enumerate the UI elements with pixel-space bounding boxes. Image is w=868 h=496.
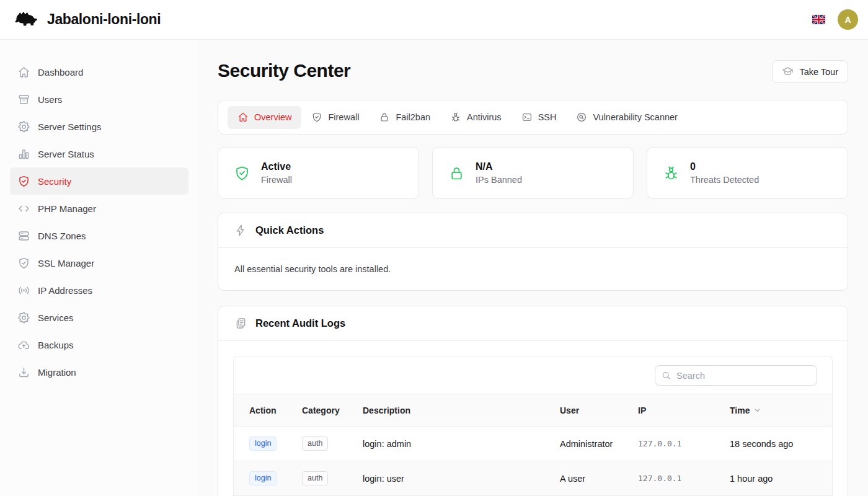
gear-icon bbox=[17, 311, 30, 324]
terminal-icon bbox=[521, 112, 533, 123]
cell-ip: 127.0.0.1 bbox=[638, 461, 730, 496]
sidebar-item-server-status[interactable]: Server Status bbox=[10, 140, 188, 167]
chevron-down-icon bbox=[753, 405, 762, 415]
tab-label: Overview bbox=[254, 112, 291, 122]
sidebar-item-label: IP Addresses bbox=[38, 285, 92, 296]
audit-logs-section: Recent Audit Logs bbox=[218, 306, 848, 496]
graduation-cap-icon bbox=[782, 66, 794, 78]
quick-actions-section: Quick Actions All essential security too… bbox=[218, 213, 848, 291]
sidebar-item-label: PHP Manager bbox=[38, 203, 96, 214]
tab-antivirus[interactable]: Antivirus bbox=[440, 106, 512, 129]
table-row: login auth login: admin Administrator 12… bbox=[234, 427, 832, 461]
page-title: Security Center bbox=[218, 60, 350, 81]
sidebar-item-backups[interactable]: Backups bbox=[10, 331, 188, 358]
stat-value: 0 bbox=[690, 161, 759, 172]
security-tabs: Overview Firewall Fail2ban Antivirus SSH… bbox=[218, 100, 848, 135]
boar-logo-icon bbox=[12, 9, 38, 30]
sidebar-item-label: Security bbox=[38, 176, 71, 187]
user-avatar[interactable]: A bbox=[838, 9, 858, 30]
cell-time: 1 hour ago bbox=[730, 461, 832, 496]
sidebar-item-dns-zones[interactable]: DNS Zones bbox=[10, 222, 188, 249]
lock-icon bbox=[379, 112, 390, 123]
sidebar-item-label: Migration bbox=[38, 367, 76, 378]
search-input[interactable] bbox=[655, 365, 817, 386]
column-header-ip[interactable]: IP bbox=[638, 394, 730, 427]
cell-time: 18 seconds ago bbox=[730, 427, 832, 461]
cell-ip: 127.0.0.1 bbox=[638, 427, 730, 461]
tab-label: Vulnerability Scanner bbox=[593, 112, 677, 122]
tab-ssh[interactable]: SSH bbox=[512, 106, 567, 129]
bar-chart-icon bbox=[17, 148, 30, 161]
tab-firewall[interactable]: Firewall bbox=[301, 106, 369, 129]
sidebar-item-label: Users bbox=[38, 94, 62, 105]
status-cards: Active Firewall N/A IPs Banned 0 Threats… bbox=[218, 147, 848, 199]
code-icon bbox=[17, 202, 30, 215]
server-stack-icon bbox=[17, 229, 30, 242]
bug-icon bbox=[450, 112, 461, 123]
sidebar-item-migration[interactable]: Migration bbox=[10, 358, 188, 386]
archive-box-icon bbox=[17, 93, 30, 106]
download-icon bbox=[17, 366, 30, 379]
shield-check-icon bbox=[311, 112, 322, 123]
cell-user: A user bbox=[560, 461, 638, 496]
tab-label: Antivirus bbox=[467, 112, 502, 122]
quick-actions-message: All essential security tools are install… bbox=[234, 264, 831, 274]
category-badge: auth bbox=[302, 471, 328, 485]
sidebar-item-services[interactable]: Services bbox=[10, 304, 188, 331]
sidebar-item-dashboard[interactable]: Dashboard bbox=[10, 58, 188, 86]
tab-vulnerability-scanner[interactable]: Vulnerability Scanner bbox=[566, 106, 687, 129]
tab-fail2ban[interactable]: Fail2ban bbox=[369, 106, 440, 129]
sidebar-item-php-manager[interactable]: PHP Manager bbox=[10, 195, 188, 222]
shield-check-icon bbox=[234, 165, 250, 182]
signal-icon bbox=[17, 284, 30, 297]
column-header-time[interactable]: Time bbox=[730, 394, 832, 427]
brand-logo[interactable]: Jabaloni-loni-loni bbox=[12, 9, 161, 30]
stat-card-firewall: Active Firewall bbox=[218, 147, 419, 199]
sidebar: Dashboard Users Server Settings Server S… bbox=[0, 40, 198, 496]
gear-icon bbox=[17, 120, 30, 133]
column-header-user[interactable]: User bbox=[560, 394, 638, 427]
stat-label: Firewall bbox=[261, 175, 292, 185]
sidebar-item-label: Server Settings bbox=[38, 122, 102, 132]
column-header-description[interactable]: Description bbox=[363, 394, 560, 427]
cloud-upload-icon bbox=[17, 339, 30, 352]
sidebar-item-ip-addresses[interactable]: IP Addresses bbox=[10, 277, 188, 304]
sidebar-item-security[interactable]: Security bbox=[10, 167, 188, 195]
stat-card-threats: 0 Threats Detected bbox=[647, 147, 848, 199]
sidebar-item-users[interactable]: Users bbox=[10, 86, 188, 113]
sidebar-item-server-settings[interactable]: Server Settings bbox=[10, 113, 188, 140]
take-tour-label: Take Tour bbox=[799, 67, 838, 77]
cell-description: login: user bbox=[363, 461, 560, 496]
action-badge: login bbox=[249, 471, 277, 485]
sidebar-item-label: SSL Manager bbox=[38, 258, 94, 268]
tab-label: SSH bbox=[538, 112, 557, 122]
quick-actions-title: Quick Actions bbox=[255, 224, 324, 236]
stat-value: N/A bbox=[476, 161, 522, 172]
sidebar-item-ssl-manager[interactable]: SSL Manager bbox=[10, 249, 188, 277]
top-header: Jabaloni-loni-loni A bbox=[0, 0, 868, 40]
sidebar-item-label: Services bbox=[38, 312, 74, 323]
action-badge: login bbox=[249, 436, 277, 451]
category-badge: auth bbox=[302, 436, 328, 451]
sidebar-item-label: Dashboard bbox=[38, 67, 83, 78]
bug-icon bbox=[663, 165, 680, 182]
cell-user: Administrator bbox=[560, 427, 638, 461]
search-icon bbox=[661, 370, 671, 381]
home-icon bbox=[17, 66, 30, 79]
sidebar-item-label: DNS Zones bbox=[38, 231, 86, 241]
audit-logs-table: Action Category Description User IP Time bbox=[233, 356, 833, 496]
lightning-icon bbox=[234, 224, 247, 237]
sidebar-item-label: Backups bbox=[38, 340, 74, 350]
take-tour-button[interactable]: Take Tour bbox=[772, 60, 848, 83]
column-header-category[interactable]: Category bbox=[302, 394, 363, 427]
tab-label: Fail2ban bbox=[396, 112, 430, 122]
shield-check-icon bbox=[17, 175, 30, 188]
column-header-action[interactable]: Action bbox=[234, 394, 302, 427]
tab-overview[interactable]: Overview bbox=[228, 106, 301, 129]
table-header-row: Action Category Description User IP Time bbox=[234, 394, 832, 427]
stat-label: IPs Banned bbox=[476, 175, 522, 185]
tab-label: Firewall bbox=[328, 112, 359, 122]
table-row: login auth login: user A user 127.0.0.1 … bbox=[234, 461, 832, 496]
uk-flag-language-icon[interactable] bbox=[812, 15, 825, 24]
audit-logs-title: Recent Audit Logs bbox=[255, 317, 345, 329]
